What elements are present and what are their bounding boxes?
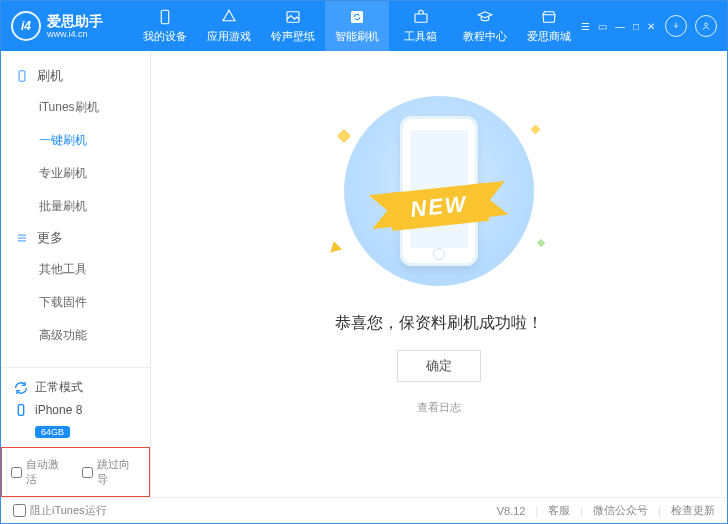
nav-apps[interactable]: 应用游戏 xyxy=(197,1,261,51)
version-label: V8.12 xyxy=(497,505,526,517)
phone-small-icon xyxy=(13,402,29,418)
toolbox-icon xyxy=(412,8,430,26)
brand-name: 爱思助手 xyxy=(47,14,103,28)
sidebar-item-pro-flash[interactable]: 专业刷机 xyxy=(1,157,150,190)
store-icon xyxy=(540,8,558,26)
brand-logo: i4 爱思助手 www.i4.cn xyxy=(11,11,133,41)
sidebar-item-batch-flash[interactable]: 批量刷机 xyxy=(1,190,150,223)
graduation-icon xyxy=(476,8,494,26)
device-name[interactable]: iPhone 8 xyxy=(13,399,138,421)
svg-rect-6 xyxy=(18,405,23,416)
device-icon xyxy=(15,69,29,83)
nav-tutorials[interactable]: 教程中心 xyxy=(453,1,517,51)
menu-lines-icon xyxy=(15,231,29,245)
nav-flash[interactable]: 智能刷机 xyxy=(325,1,389,51)
sidebar-item-itunes-flash[interactable]: iTunes刷机 xyxy=(1,91,150,124)
user-icon[interactable] xyxy=(695,15,717,37)
success-message: 恭喜您，保资料刷机成功啦！ xyxy=(335,313,543,334)
refresh-icon xyxy=(348,8,366,26)
top-nav: 我的设备 应用游戏 铃声壁纸 智能刷机 工具箱 教程中心 xyxy=(133,1,581,51)
sidebar: 刷机 iTunes刷机 一键刷机 专业刷机 批量刷机 更多 其他工具 下载固件 … xyxy=(1,51,151,497)
device-mode[interactable]: 正常模式 xyxy=(13,376,138,399)
confirm-button[interactable]: 确定 xyxy=(397,350,481,382)
success-illustration: NEW xyxy=(309,91,569,291)
nav-my-device[interactable]: 我的设备 xyxy=(133,1,197,51)
skin-icon[interactable]: ▭ xyxy=(598,21,607,32)
wechat-link[interactable]: 微信公众号 xyxy=(593,503,648,518)
maximize-icon[interactable]: □ xyxy=(633,21,639,32)
nav-store[interactable]: 爱思商城 xyxy=(517,1,581,51)
skip-guide-checkbox[interactable]: 跳过向导 xyxy=(82,457,141,487)
brand-sub: www.i4.cn xyxy=(47,30,103,39)
titlebar: i4 爱思助手 www.i4.cn 我的设备 应用游戏 铃声壁纸 智能刷机 xyxy=(1,1,727,51)
window-controls: ☰ ▭ — □ ✕ xyxy=(581,21,655,32)
svg-rect-3 xyxy=(415,14,427,22)
main-panel: NEW 恭喜您，保资料刷机成功啦！ 确定 查看日志 xyxy=(151,51,727,497)
nav-ringtones[interactable]: 铃声壁纸 xyxy=(261,1,325,51)
support-link[interactable]: 客服 xyxy=(548,503,570,518)
svg-rect-0 xyxy=(161,10,169,24)
svg-rect-5 xyxy=(19,71,25,82)
statusbar: 阻止iTunes运行 V8.12 | 客服 | 微信公众号 | 检查更新 xyxy=(1,497,727,523)
sidebar-item-advanced[interactable]: 高级功能 xyxy=(1,319,150,352)
check-update-link[interactable]: 检查更新 xyxy=(671,503,715,518)
sidebar-group-more[interactable]: 更多 xyxy=(1,223,150,253)
minimize-icon[interactable]: — xyxy=(615,21,625,32)
block-itunes-checkbox[interactable]: 阻止iTunes运行 xyxy=(13,503,107,518)
phone-icon xyxy=(156,8,174,26)
storage-badge: 64GB xyxy=(35,426,70,438)
svg-point-4 xyxy=(705,23,708,26)
auto-activate-checkbox[interactable]: 自动激活 xyxy=(11,457,70,487)
nav-toolbox[interactable]: 工具箱 xyxy=(389,1,453,51)
sidebar-item-other-tools[interactable]: 其他工具 xyxy=(1,253,150,286)
download-icon[interactable] xyxy=(665,15,687,37)
close-icon[interactable]: ✕ xyxy=(647,21,655,32)
view-log-link[interactable]: 查看日志 xyxy=(417,400,461,415)
sidebar-item-download-firmware[interactable]: 下载固件 xyxy=(1,286,150,319)
sidebar-item-oneclick-flash[interactable]: 一键刷机 xyxy=(1,124,150,157)
menu-icon[interactable]: ☰ xyxy=(581,21,590,32)
sync-icon xyxy=(13,380,29,396)
bottom-options-highlight: 自动激活 跳过向导 xyxy=(1,447,150,497)
svg-rect-2 xyxy=(351,11,363,23)
app-window: i4 爱思助手 www.i4.cn 我的设备 应用游戏 铃声壁纸 智能刷机 xyxy=(0,0,728,524)
sidebar-group-flash[interactable]: 刷机 xyxy=(1,61,150,91)
image-icon xyxy=(284,8,302,26)
apps-icon xyxy=(220,8,238,26)
logo-icon: i4 xyxy=(11,11,41,41)
